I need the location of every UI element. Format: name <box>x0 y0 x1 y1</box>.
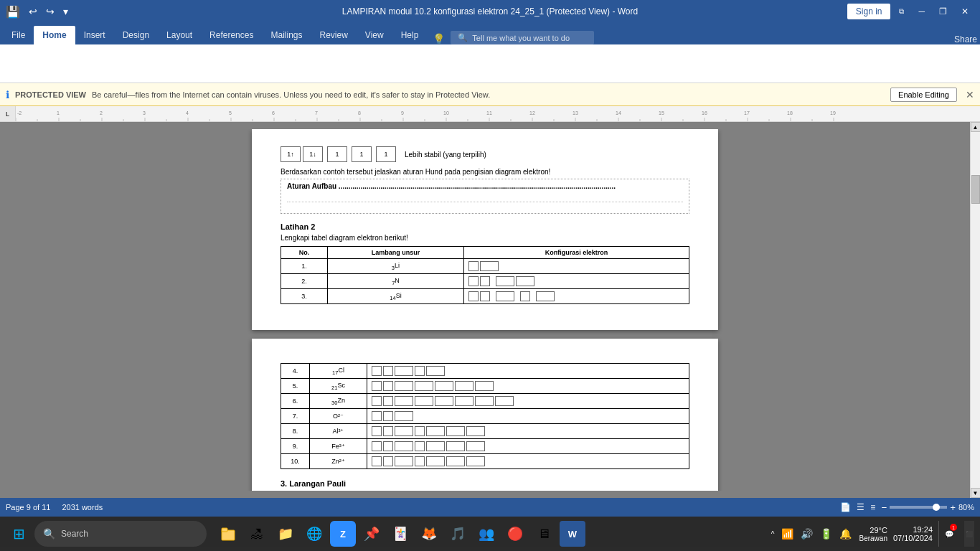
tab-insert[interactable]: Insert <box>75 26 114 44</box>
notification-center-button[interactable]: 💬 1 <box>938 521 958 547</box>
maximize-button[interactable]: ❐ <box>933 4 953 19</box>
aturan-label: Aturan Aufbau <box>287 182 336 190</box>
zoom-slider[interactable] <box>890 506 947 509</box>
show-desktop-button[interactable]: ⬛ <box>964 521 974 547</box>
aturan-box: Aturan Aufbau ..........................… <box>281 179 689 214</box>
taskbar-app-explorer2[interactable]: 📁 <box>273 521 298 547</box>
ruler-corner[interactable]: L <box>0 106 16 122</box>
close-button[interactable]: ✕ <box>956 4 974 19</box>
taskbar-chevron-button[interactable]: ^ <box>770 529 776 540</box>
document-scroll-area[interactable]: 1↑ 1↓ 1 1 1 Lebih stabil (yang terpilih)… <box>0 122 970 498</box>
zoom-out-button[interactable]: − <box>881 502 887 513</box>
svg-text:11: 11 <box>486 110 492 116</box>
network-icon[interactable]: 📶 <box>780 527 795 541</box>
minimize-button[interactable]: ─ <box>913 4 930 19</box>
tab-design[interactable]: Design <box>114 26 158 44</box>
ruler-marks: -2 1 2 3 4 5 6 7 8 9 <box>16 106 980 121</box>
taskbar-app-teams[interactable]: 👥 <box>473 521 499 547</box>
enable-editing-button[interactable]: Enable Editing <box>890 88 957 102</box>
config-cell <box>468 261 479 271</box>
taskbar-app-apps[interactable]: 🖥 <box>531 521 557 547</box>
sign-in-button[interactable]: Sign in <box>847 4 891 19</box>
row8-config <box>367 424 689 439</box>
lightbulb-icon[interactable]: 💡 <box>433 33 445 44</box>
tab-references[interactable]: References <box>201 26 262 44</box>
start-button[interactable]: ⊞ <box>6 521 32 547</box>
svg-text:13: 13 <box>573 110 578 116</box>
svg-text:-2: -2 <box>17 110 22 116</box>
table-row: 6. 30Zn <box>281 394 689 409</box>
tab-review[interactable]: Review <box>311 26 356 44</box>
zoom-in-button[interactable]: + <box>950 502 956 513</box>
taskbar-app-explorer[interactable] <box>215 521 241 547</box>
config-cell <box>516 276 534 286</box>
notification-area: 🔔 <box>838 527 853 541</box>
weather-desc: Berawan <box>859 534 887 542</box>
config-cell <box>480 291 490 301</box>
vertical-scrollbar[interactable]: ▲ ▼ <box>970 122 980 498</box>
search-icon: 🔍 <box>458 33 468 42</box>
taskbar-app-word[interactable]: W <box>560 521 585 547</box>
electron-table-1: No. Lambang unsur Konfigurasi elektron 1… <box>281 246 689 304</box>
protected-bar-close-button[interactable]: ✕ <box>966 89 974 100</box>
tell-me-input[interactable]: 🔍 Tell me what you want to do <box>451 31 594 44</box>
scroll-thumb[interactable] <box>971 175 980 204</box>
svg-text:7: 7 <box>315 110 318 116</box>
col-config: Konfigurasi elektron <box>464 247 689 259</box>
tab-mailings[interactable]: Mailings <box>262 26 311 44</box>
svg-text:18: 18 <box>787 110 793 116</box>
taskbar-app-beach[interactable]: 🏖 <box>244 521 270 547</box>
col-symbol: Lambang unsur <box>327 247 463 259</box>
taskbar-app-pinterest[interactable]: 📌 <box>359 521 385 547</box>
taskbar-app-edge[interactable]: 🌐 <box>301 521 327 547</box>
row3-no: 3. <box>281 289 328 304</box>
table-row: 9. Fe³⁺ <box>281 439 689 454</box>
tab-view[interactable]: View <box>357 26 392 44</box>
row1-config <box>464 259 689 274</box>
svg-text:19: 19 <box>830 110 836 116</box>
svg-rect-60 <box>222 528 227 532</box>
svg-text:8: 8 <box>358 110 361 116</box>
scroll-down-button[interactable]: ▼ <box>971 488 981 498</box>
taskbar-app-zoom[interactable]: Z <box>330 521 356 547</box>
show-desktop-icon: ⬛ <box>966 531 973 537</box>
latihan-section: Latihan 2 Lengkapi tabel diagram elektro… <box>281 222 689 304</box>
tab-help[interactable]: Help <box>392 26 428 44</box>
battery-icon[interactable]: 🔋 <box>819 527 834 541</box>
taskbar: ⊞ 🔍 Search 🏖 📁 🌐 Z 📌 🃏 🦊 🎵 👥 🔴 🖥 W ^ 📶 🔊… <box>0 517 980 551</box>
scroll-up-button[interactable]: ▲ <box>971 122 981 132</box>
document-page-1: 1↑ 1↓ 1 1 1 Lebih stabil (yang terpilih)… <box>252 129 718 330</box>
clock-time: 19:24 <box>913 525 933 534</box>
row5-symbol: 21Sc <box>310 379 367 394</box>
clock-date: 07/10/2024 <box>893 534 933 542</box>
svg-text:15: 15 <box>659 110 664 116</box>
notification-badge: 1 <box>950 524 957 531</box>
larangan-section: 3. Larangan Pauli Perhatikan diagram ele… <box>281 479 689 491</box>
undo-button[interactable]: ↩ <box>26 4 40 19</box>
taskbar-app-chrome[interactable]: 🔴 <box>502 521 528 547</box>
statusbar-right: 📄 ☰ ≡ − + 80% <box>840 502 974 513</box>
info-icon: ℹ <box>6 89 9 100</box>
redo-button[interactable]: ↪ <box>43 4 57 19</box>
tab-layout[interactable]: Layout <box>158 26 201 44</box>
taskbar-app-cards[interactable]: 🃏 <box>387 521 413 547</box>
read-mode-button[interactable]: ☰ <box>857 502 864 512</box>
table-row: 4. 17Cl <box>281 364 689 379</box>
taskbar-app-spotify[interactable]: 🎵 <box>445 521 471 547</box>
config-cell <box>480 276 490 286</box>
tab-file[interactable]: File <box>3 26 34 44</box>
taskbar-app-firefox[interactable]: 🦊 <box>416 521 442 547</box>
web-layout-button[interactable]: ≡ <box>870 502 875 512</box>
notification-button[interactable]: 🔔 <box>838 527 853 541</box>
table-row: 8. Al³⁺ <box>281 424 689 439</box>
print-layout-button[interactable]: 📄 <box>840 502 851 512</box>
tab-home[interactable]: Home <box>34 26 75 44</box>
row10-symbol: Zn²⁺ <box>310 454 367 469</box>
window-restore-icon[interactable]: ⧉ <box>893 4 910 19</box>
taskbar-search[interactable]: 🔍 Search <box>34 521 207 547</box>
share-button[interactable]: Share <box>954 34 977 44</box>
row3-config <box>464 289 689 304</box>
stable-text: Lebih stabil (yang terpilih) <box>405 151 486 159</box>
sound-icon[interactable]: 🔊 <box>799 527 814 541</box>
customize-button[interactable]: ▾ <box>60 4 71 19</box>
